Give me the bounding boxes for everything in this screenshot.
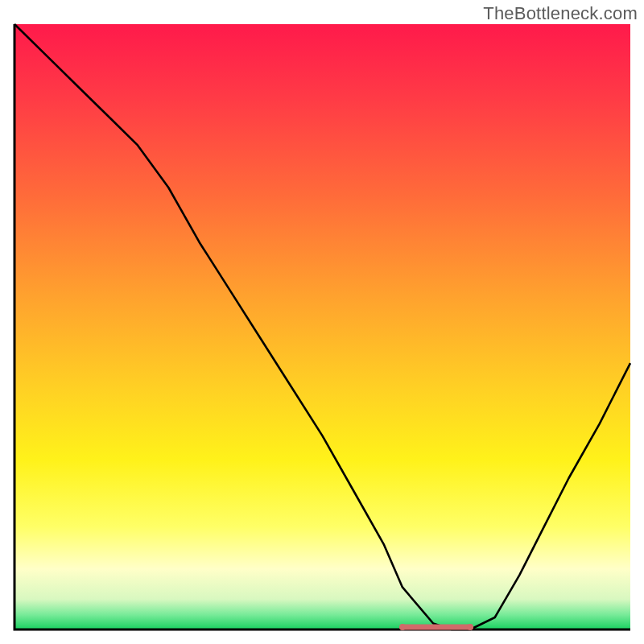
optimal-range-endpoint xyxy=(399,624,406,630)
bottleneck-chart xyxy=(0,0,644,644)
optimal-range-endpoint xyxy=(467,624,473,630)
watermark-text: TheBottleneck.com xyxy=(483,3,638,24)
chart-stage: TheBottleneck.com xyxy=(0,0,644,644)
